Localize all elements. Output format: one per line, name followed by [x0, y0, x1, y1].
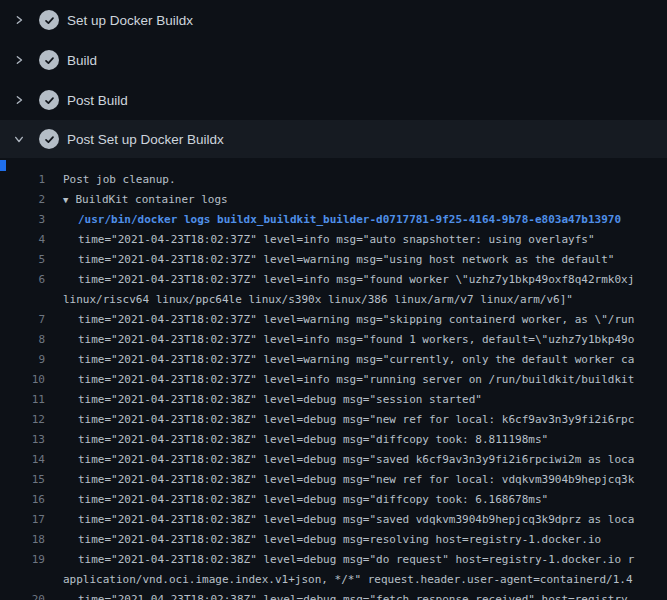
- log-row: application/vnd.oci.image.index.v1+json,…: [0, 570, 667, 590]
- step-list: Set up Docker BuildxBuildPost BuildPost …: [0, 0, 667, 158]
- log-row: 14time="2021-04-23T18:02:38Z" level=debu…: [0, 450, 667, 470]
- log-row: 7time="2021-04-23T18:02:37Z" level=warni…: [0, 310, 667, 330]
- step-label: Build: [67, 53, 97, 68]
- log-line-text: time="2021-04-23T18:02:37Z" level=warnin…: [45, 250, 614, 270]
- line-number: [0, 570, 45, 590]
- log-line-text: time="2021-04-23T18:02:38Z" level=debug …: [45, 390, 482, 410]
- log-row: linux/riscv64 linux/ppc64le linux/s390x …: [0, 290, 667, 310]
- line-number[interactable]: 4: [0, 230, 45, 250]
- check-circle-icon: [39, 129, 59, 149]
- line-number[interactable]: 15: [0, 470, 45, 490]
- line-number[interactable]: 17: [0, 510, 45, 530]
- line-number[interactable]: 2: [0, 190, 45, 210]
- log-row: 19time="2021-04-23T18:02:38Z" level=debu…: [0, 550, 667, 570]
- log-group-title[interactable]: BuildKit container logs: [75, 190, 227, 210]
- step-label: Set up Docker Buildx: [67, 13, 193, 28]
- step-header-post-build[interactable]: Post Build: [0, 80, 667, 120]
- log-rows: 1Post job cleanup.2▼BuildKit container l…: [0, 170, 667, 600]
- line-number[interactable]: 8: [0, 330, 45, 350]
- log-row: 9time="2021-04-23T18:02:37Z" level=warni…: [0, 350, 667, 370]
- chevron-right-icon: [13, 14, 25, 26]
- log-row: 6time="2021-04-23T18:02:37Z" level=info …: [0, 270, 667, 290]
- log-line-text: time="2021-04-23T18:02:38Z" level=debug …: [45, 410, 634, 430]
- line-number[interactable]: 7: [0, 310, 45, 330]
- log-row: 4time="2021-04-23T18:02:37Z" level=info …: [0, 230, 667, 250]
- log-line-text: Post job cleanup.: [45, 170, 176, 190]
- log-line-text: application/vnd.oci.image.index.v1+json,…: [45, 570, 633, 590]
- log-row: 10time="2021-04-23T18:02:37Z" level=info…: [0, 370, 667, 390]
- line-number[interactable]: 6: [0, 270, 45, 290]
- step-label: Post Set up Docker Buildx: [67, 132, 224, 147]
- line-number[interactable]: 18: [0, 530, 45, 550]
- check-circle-icon: [39, 50, 59, 70]
- log-line-text: /usr/bin/docker logs buildx_buildkit_bui…: [45, 210, 621, 230]
- log-line-text: time="2021-04-23T18:02:38Z" level=debug …: [45, 490, 548, 510]
- step-header-set-up-docker-buildx[interactable]: Set up Docker Buildx: [0, 0, 667, 40]
- collapse-triangle-icon[interactable]: ▼: [45, 190, 68, 210]
- log-line-text: time="2021-04-23T18:02:38Z" level=debug …: [45, 430, 548, 450]
- log-row: 15time="2021-04-23T18:02:38Z" level=debu…: [0, 470, 667, 490]
- line-number[interactable]: 5: [0, 250, 45, 270]
- log-line-text: time="2021-04-23T18:02:37Z" level=warnin…: [45, 310, 634, 330]
- log-line-text: time="2021-04-23T18:02:38Z" level=debug …: [45, 530, 601, 550]
- log-command-row: 3/usr/bin/docker logs buildx_buildkit_bu…: [0, 210, 667, 230]
- log-line-text: time="2021-04-23T18:02:37Z" level=info m…: [45, 370, 634, 390]
- log-line-text: time="2021-04-23T18:02:38Z" level=debug …: [45, 590, 634, 600]
- step-header-build[interactable]: Build: [0, 40, 667, 80]
- step-label: Post Build: [67, 93, 128, 108]
- log-row: 8time="2021-04-23T18:02:37Z" level=info …: [0, 330, 667, 350]
- log-line-text: time="2021-04-23T18:02:37Z" level=info m…: [45, 270, 634, 290]
- line-number[interactable]: 10: [0, 370, 45, 390]
- log-line-text: time="2021-04-23T18:02:38Z" level=debug …: [45, 450, 634, 470]
- chevron-right-icon: [13, 94, 25, 106]
- line-number[interactable]: 19: [0, 550, 45, 570]
- log-row: 18time="2021-04-23T18:02:38Z" level=debu…: [0, 530, 667, 550]
- log-line-text: time="2021-04-23T18:02:37Z" level=warnin…: [45, 350, 634, 370]
- log-row: 5time="2021-04-23T18:02:37Z" level=warni…: [0, 250, 667, 270]
- line-number[interactable]: 9: [0, 350, 45, 370]
- log-row: 11time="2021-04-23T18:02:38Z" level=debu…: [0, 390, 667, 410]
- log-line-text: time="2021-04-23T18:02:38Z" level=debug …: [45, 510, 634, 530]
- line-number[interactable]: 20: [0, 590, 45, 600]
- log-row: 1Post job cleanup.: [0, 170, 667, 190]
- line-number[interactable]: 14: [0, 450, 45, 470]
- chevron-right-icon: [13, 54, 25, 66]
- line-number: [0, 290, 45, 310]
- log-group-row: 2▼BuildKit container logs: [0, 190, 667, 210]
- log-row: 20time="2021-04-23T18:02:38Z" level=debu…: [0, 590, 667, 600]
- log-line-text: time="2021-04-23T18:02:38Z" level=debug …: [45, 550, 634, 570]
- line-number[interactable]: 3: [0, 210, 45, 230]
- log-line-text: linux/riscv64 linux/ppc64le linux/s390x …: [45, 290, 573, 310]
- log-line-text: time="2021-04-23T18:02:38Z" level=debug …: [45, 470, 634, 490]
- log-line-text: time="2021-04-23T18:02:37Z" level=info m…: [45, 330, 634, 350]
- line-number[interactable]: 11: [0, 390, 45, 410]
- check-circle-icon: [39, 90, 59, 110]
- line-number[interactable]: 1: [0, 170, 45, 190]
- log-row: 13time="2021-04-23T18:02:38Z" level=debu…: [0, 430, 667, 450]
- line-number[interactable]: 12: [0, 410, 45, 430]
- step-header-post-set-up-docker-buildx[interactable]: Post Set up Docker Buildx: [0, 120, 667, 158]
- actions-log-viewer: Set up Docker BuildxBuildPost BuildPost …: [0, 0, 667, 600]
- log-row: 17time="2021-04-23T18:02:38Z" level=debu…: [0, 510, 667, 530]
- line-number[interactable]: 16: [0, 490, 45, 510]
- focus-indicator: [0, 160, 6, 171]
- log-row: 16time="2021-04-23T18:02:38Z" level=debu…: [0, 490, 667, 510]
- check-circle-icon: [39, 10, 59, 30]
- line-number[interactable]: 13: [0, 430, 45, 450]
- log-row: 12time="2021-04-23T18:02:38Z" level=debu…: [0, 410, 667, 430]
- chevron-down-icon: [13, 133, 25, 145]
- log-area: 1Post job cleanup.2▼BuildKit container l…: [0, 158, 667, 600]
- log-line-text: time="2021-04-23T18:02:37Z" level=info m…: [45, 230, 595, 250]
